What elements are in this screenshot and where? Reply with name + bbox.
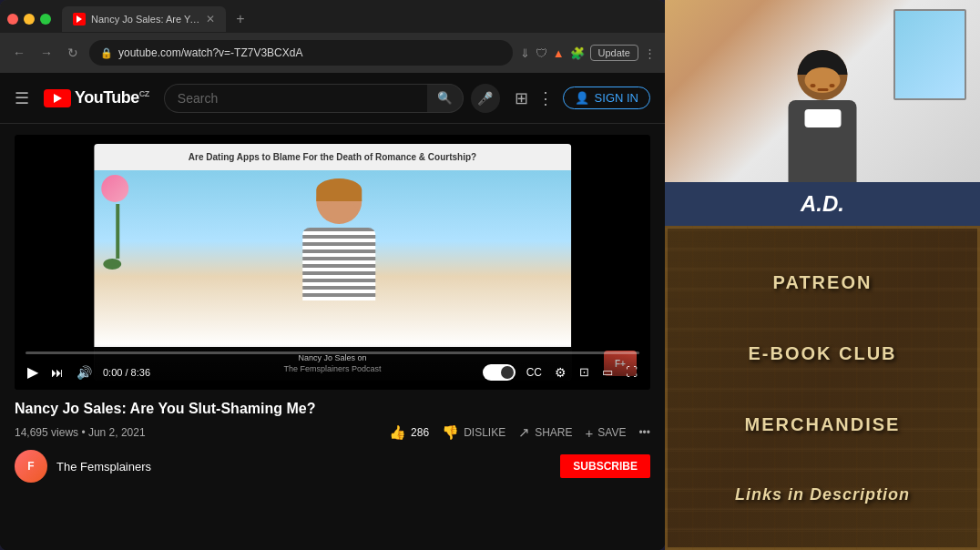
refresh-button[interactable]: ↻ (64, 44, 82, 62)
shield-icon[interactable]: 🛡 (536, 46, 547, 60)
next-button[interactable]: ⏭ (49, 363, 66, 382)
header-right: ⊞ ⋮ 👤 SIGN IN (515, 87, 650, 109)
search-input[interactable] (164, 84, 427, 113)
search-form: 🔍 (164, 84, 464, 113)
theater-button[interactable]: ▭ (600, 363, 615, 381)
play-button[interactable]: ▶ (26, 362, 40, 382)
settings-button[interactable]: ⚙ (553, 363, 568, 382)
merchandise-text[interactable]: MERCHANDISE (745, 414, 901, 435)
maximize-button[interactable] (40, 14, 51, 25)
browser-chrome: Nancy Jo Sales: Are You Slut-S ✕ + ← → ↻… (0, 0, 665, 73)
like-button[interactable]: 👍 286 (389, 424, 429, 441)
video-controls: ▶ ⏭ 🔊 0:00 / 8:36 CC (15, 344, 650, 390)
video-frame: Are Dating Apps to Blame For the Death o… (15, 135, 650, 390)
video-thumbnail-area: Are Dating Apps to Blame For the Death o… (15, 135, 650, 390)
tab-bar: Nancy Jo Sales: Are You Slut-S ✕ + (0, 0, 665, 33)
youtube-logo[interactable]: YouTubeCZ (44, 88, 149, 107)
thumbs-up-icon: 👍 (389, 424, 406, 441)
microphone-icon: 🎤 (477, 91, 493, 106)
youtube-country: CZ (139, 89, 149, 98)
ad-label: A.D. (665, 182, 980, 226)
new-tab-button[interactable]: + (230, 8, 251, 30)
links-description-text[interactable]: Links in Description (735, 485, 910, 504)
controls-row: ▶ ⏭ 🔊 0:00 / 8:36 CC (26, 362, 639, 382)
minimize-button[interactable] (24, 14, 35, 25)
video-title: Nancy Jo Sales: Are You Slut-Shaming Me? (15, 399, 650, 419)
progress-bar[interactable] (26, 351, 639, 354)
channel-info: F The Femsplainers (15, 450, 151, 483)
download-icon[interactable]: ⇓ (520, 46, 530, 60)
ellipsis-icon: ••• (638, 426, 650, 439)
info-panel-bg: PATREON E-BOOK CLUB MERCHANDISE Links in… (665, 226, 980, 550)
search-button[interactable]: 🔍 (427, 84, 464, 113)
time-display: 0:00 / 8:36 (103, 367, 150, 378)
update-button[interactable]: Update (590, 45, 638, 61)
youtube-logo-text: YouTubeCZ (75, 88, 149, 107)
window-controls (7, 14, 51, 25)
patreon-text[interactable]: PATREON (773, 272, 873, 293)
autoplay-toggle[interactable] (483, 364, 516, 381)
fullscreen-button[interactable]: ⛶ (624, 363, 639, 381)
more-options-icon[interactable]: ⋮ (537, 88, 554, 108)
youtube-page: ☰ YouTubeCZ 🔍 🎤 (0, 73, 665, 550)
extensions-icon[interactable]: 🧩 (570, 46, 585, 60)
user-icon: 👤 (575, 91, 589, 105)
more-actions-button[interactable]: ••• (638, 426, 650, 439)
video-card-header-text: Are Dating Apps to Blame For the Death o… (105, 151, 560, 163)
forward-button[interactable]: → (36, 44, 56, 62)
play-icon (54, 94, 62, 103)
share-icon: ↗ (518, 424, 530, 441)
thumbs-down-icon: 👎 (442, 424, 459, 441)
channel-row: F The Femsplainers SUBSCRIBE (15, 450, 650, 483)
captions-button[interactable]: CC (525, 364, 544, 381)
address-bar[interactable]: 🔒 youtube.com/watch?v=-TZ7V3BCXdA (89, 40, 513, 66)
channel-avatar[interactable]: F (15, 450, 47, 483)
search-container: 🔍 🎤 (164, 84, 500, 113)
subscribe-button[interactable]: SUBSCRIBE (560, 454, 650, 478)
video-info: Nancy Jo Sales: Are You Slut-Shaming Me?… (15, 390, 650, 492)
volume-button[interactable]: 🔊 (75, 363, 94, 382)
close-button[interactable] (7, 14, 18, 25)
browser-actions: ⇓ 🛡 ▲ 🧩 Update ⋮ (520, 45, 656, 61)
search-icon: 🔍 (437, 91, 453, 105)
video-player: Are Dating Apps to Blame For the Death o… (15, 135, 650, 390)
ebook-club-text[interactable]: E-BOOK CLUB (748, 343, 896, 364)
person-photo-area (94, 170, 571, 347)
video-meta: 14,695 views • Jun 2, 2021 👍 286 👎 DISLI… (15, 424, 650, 441)
lock-icon: 🔒 (100, 47, 113, 59)
tab-close-icon[interactable]: ✕ (206, 13, 215, 25)
sign-in-button[interactable]: 👤 SIGN IN (563, 87, 650, 109)
webcam-view (665, 0, 980, 182)
youtube-header: ☰ YouTubeCZ 🔍 🎤 (0, 73, 665, 124)
apps-icon[interactable]: ⊞ (515, 88, 528, 108)
share-button[interactable]: ↗ SHARE (518, 424, 572, 441)
video-views-date: 14,695 views • Jun 2, 2021 (15, 426, 146, 439)
address-bar-row: ← → ↻ 🔒 youtube.com/watch?v=-TZ7V3BCXdA … (0, 33, 665, 73)
video-actions: 👍 286 👎 DISLIKE ↗ SHARE + (389, 424, 650, 441)
miniplayer-button[interactable]: ⊡ (577, 363, 591, 381)
webcam-background (665, 0, 980, 182)
video-card-header: Are Dating Apps to Blame For the Death o… (94, 144, 571, 170)
video-card-content (94, 170, 571, 347)
back-button[interactable]: ← (9, 44, 29, 62)
save-icon: + (586, 425, 594, 441)
toggle-knob (501, 366, 514, 379)
more-icon[interactable]: ⋮ (644, 46, 656, 60)
youtube-logo-icon (44, 89, 71, 107)
browser-tab[interactable]: Nancy Jo Sales: Are You Slut-S ✕ (62, 6, 226, 32)
dislike-button[interactable]: 👎 DISLIKE (442, 424, 505, 441)
tab-favicon (73, 13, 86, 25)
youtube-content: Are Dating Apps to Blame For the Death o… (0, 124, 665, 550)
right-panel: A.D. PATREON E-BOOK CLUB MERCHANDISE Lin… (665, 0, 980, 550)
tab-title: Nancy Jo Sales: Are You Slut-S (91, 14, 200, 25)
browser-window: Nancy Jo Sales: Are You Slut-S ✕ + ← → ↻… (0, 0, 665, 550)
menu-icon[interactable]: ☰ (15, 88, 29, 108)
warning-icon[interactable]: ▲ (553, 46, 565, 60)
address-url: youtube.com/watch?v=-TZ7V3BCXdA (118, 46, 302, 59)
microphone-button[interactable]: 🎤 (471, 84, 500, 113)
info-panel: PATREON E-BOOK CLUB MERCHANDISE Links in… (665, 226, 980, 550)
save-button[interactable]: + SAVE (586, 425, 627, 441)
channel-name[interactable]: The Femsplainers (56, 460, 151, 474)
